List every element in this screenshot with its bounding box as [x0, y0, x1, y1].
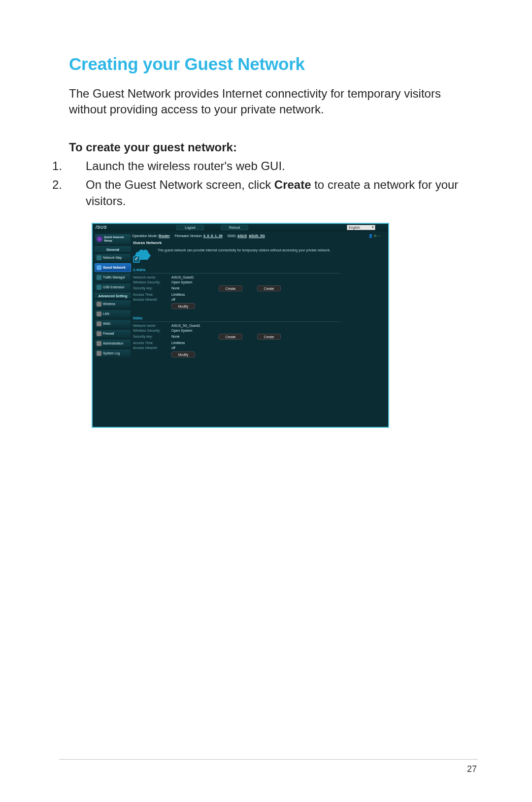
create-button-24-2[interactable]: Create: [219, 285, 242, 291]
network-map-icon: [97, 255, 101, 260]
router-screenshot: /SUS Logout Reboot English Operation Mod…: [92, 223, 389, 428]
sidebar-item-usb-extension[interactable]: USB Extension: [95, 283, 131, 292]
sidebar-item-administration[interactable]: Administration: [95, 339, 131, 348]
manual-page: Creating your Guest Network The Guest Ne…: [0, 0, 532, 802]
guest-network-icon: [97, 265, 101, 270]
sidebar-item-system-log[interactable]: System Log: [95, 349, 131, 358]
language-select[interactable]: English: [347, 225, 375, 230]
sidebar-header-general: General: [95, 246, 131, 252]
main-panel: Guess Network The guest network can prov…: [133, 241, 385, 424]
divider: [133, 321, 340, 322]
intro-text: The Guest Network provides Internet conn…: [69, 86, 473, 118]
step-1: 1.Launch the wireless router's web GUI.: [69, 158, 473, 174]
sidebar-item-wireless[interactable]: Wireless: [95, 300, 131, 309]
info-bar: Operation Mode: Router Firmware Version:…: [132, 233, 384, 240]
band-5-grid: Network name:ASUS_5G_Guest1 Wireless Sec…: [133, 324, 340, 349]
band-5-label: 5GHz: [133, 316, 385, 320]
qis-icon: [97, 236, 102, 242]
wrench-icon: [97, 302, 101, 307]
band-24-grid: Network name:ASUS_Guest1 Wireless Securi…: [133, 276, 340, 301]
modify-button-5[interactable]: Modify: [171, 351, 195, 357]
wrench-icon: [97, 341, 101, 346]
steps-list: 1.Launch the wireless router's web GUI. …: [69, 158, 478, 209]
sidebar: Quick Internet Setup General Network Map…: [95, 234, 131, 358]
wrench-icon: [97, 351, 101, 356]
create-button-24-3[interactable]: Create: [257, 285, 281, 291]
reboot-button[interactable]: Reboot: [221, 225, 248, 230]
create-button-5-2[interactable]: Create: [219, 334, 242, 340]
status-icons: 👤 ⟳ ←: [368, 233, 381, 240]
wrench-icon: [97, 312, 101, 316]
page-number: 27: [467, 764, 477, 774]
sidebar-item-qis[interactable]: Quick Internet Setup: [95, 234, 131, 244]
sidebar-item-guest-network[interactable]: Guest Network: [95, 263, 131, 272]
sidebar-item-wan[interactable]: WAN: [95, 319, 131, 328]
panel-hero: The guest network can provide internet c…: [133, 248, 385, 263]
wrench-icon: [97, 331, 101, 336]
panel-description: The guest network can provide internet c…: [158, 248, 331, 263]
footer-rule: [59, 759, 478, 760]
logout-button[interactable]: Logout: [176, 225, 204, 230]
divider: [133, 273, 340, 274]
sidebar-header-advanced: Advanced Setting: [95, 293, 131, 299]
traffic-manager-icon: [97, 275, 101, 280]
band-24-label: 2.4GHz: [133, 268, 385, 272]
step-2: 2.On the Guest Network screen, click Cre…: [69, 177, 473, 209]
brand-logo: /SUS: [96, 225, 107, 230]
modify-button-24[interactable]: Modify: [171, 303, 195, 309]
page-title: Creating your Guest Network: [69, 54, 478, 74]
create-button-5-3[interactable]: Create: [257, 334, 281, 340]
sidebar-item-network-map[interactable]: Network Map: [95, 253, 131, 262]
sidebar-item-firewall[interactable]: Firewall: [95, 329, 131, 338]
sidebar-item-traffic-manager[interactable]: Traffic Manager: [95, 273, 131, 282]
wrench-icon: [97, 321, 101, 326]
subheading: To create your guest network:: [69, 140, 478, 154]
sidebar-item-lan[interactable]: LAN: [95, 310, 131, 318]
guest-people-icon: [133, 248, 154, 263]
panel-title: Guess Network: [133, 241, 385, 245]
usb-extension-icon: [97, 285, 101, 290]
